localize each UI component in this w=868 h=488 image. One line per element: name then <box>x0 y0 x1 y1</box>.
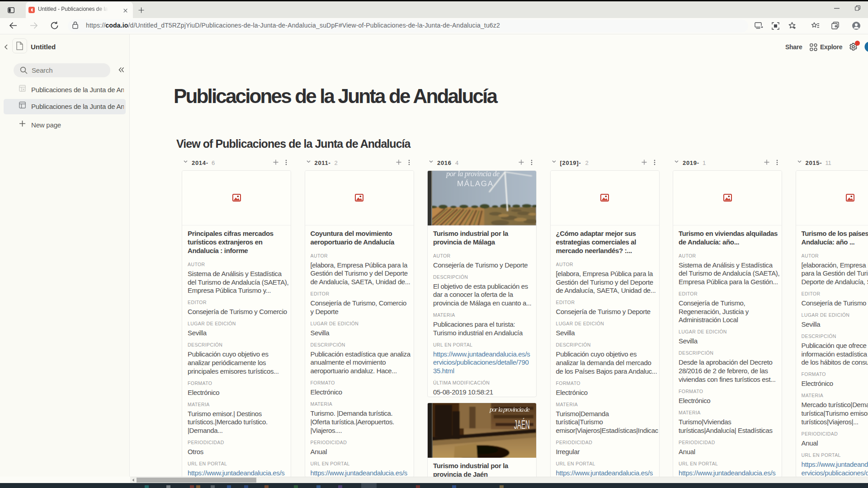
svg-text:por la provincia de: por la provincia de <box>446 171 500 178</box>
svg-text:MÁLAGA: MÁLAGA <box>457 179 493 188</box>
svg-text:JAÉN: JAÉN <box>514 418 530 432</box>
svg-text:por la provincia de: por la provincia de <box>489 406 530 413</box>
